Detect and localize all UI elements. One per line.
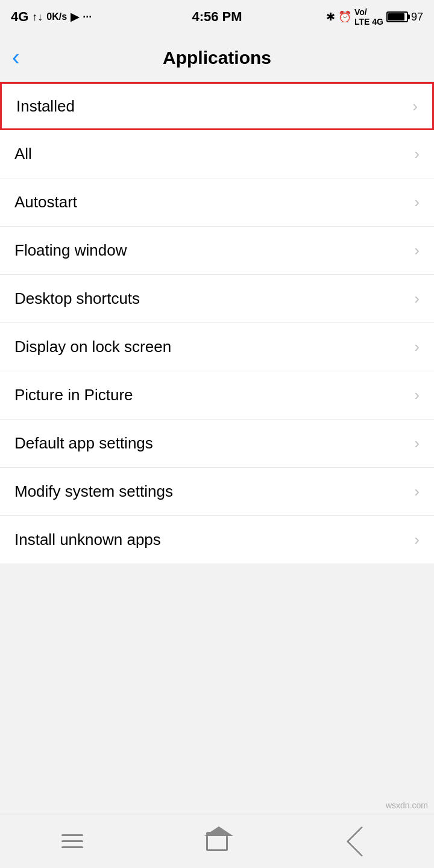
menu-item-label: Autostart [14, 193, 77, 212]
dots-icon: ··· [83, 11, 92, 24]
media-icon: ▶ [71, 10, 79, 24]
status-bar: 4G ↑↓ 0K/s ▶ ··· 4:56 PM ✱ ⏰ Vo/LTE 4G 9… [0, 0, 434, 34]
signal-bars: ↑↓ [32, 11, 43, 24]
menu-item-autostart[interactable]: Autostart› [0, 178, 434, 227]
menu-item-label: Modify system settings [14, 482, 173, 501]
chevron-right-icon: › [414, 241, 420, 260]
menu-item-label: Floating window [14, 241, 127, 260]
menu-item-label: Installed [16, 97, 75, 116]
chevron-right-icon: › [414, 289, 420, 308]
status-time: 4:56 PM [192, 9, 242, 25]
bluetooth-icon: ✱ [326, 10, 335, 24]
status-left: 4G ↑↓ 0K/s ▶ ··· [11, 9, 92, 25]
home-icon [206, 832, 228, 851]
home-nav-button[interactable] [199, 823, 235, 860]
page-header: ‹ Applications [0, 34, 434, 82]
menu-item-modify-system-settings[interactable]: Modify system settings› [0, 468, 434, 516]
alarm-icon: ⏰ [338, 10, 351, 24]
chevron-right-icon: › [414, 530, 420, 549]
battery-percent: 97 [411, 11, 423, 24]
menu-item-label: Picture in Picture [14, 386, 133, 404]
menu-item-all[interactable]: All› [0, 130, 434, 178]
chevron-right-icon: › [414, 386, 420, 404]
menu-item-label: Install unknown apps [14, 530, 161, 549]
menu-item-install-unknown-apps[interactable]: Install unknown apps› [0, 516, 434, 564]
chevron-right-icon: › [412, 97, 418, 116]
hamburger-nav-button[interactable] [54, 823, 90, 860]
menu-item-display-on-lock-screen[interactable]: Display on lock screen› [0, 323, 434, 371]
menu-item-label: All [14, 145, 32, 163]
signal-4g: Vo/LTE 4G [354, 7, 383, 27]
chevron-right-icon: › [414, 434, 420, 453]
data-speed: 0K/s [46, 11, 67, 22]
menu-item-label: Display on lock screen [14, 338, 171, 356]
menu-item-desktop-shortcuts[interactable]: Desktop shortcuts› [0, 275, 434, 323]
chevron-right-icon: › [414, 193, 420, 212]
menu-item-installed[interactable]: Installed› [0, 82, 434, 130]
chevron-right-icon: › [414, 482, 420, 501]
page-title: Applications [163, 48, 271, 68]
menu-item-floating-window[interactable]: Floating window› [0, 227, 434, 275]
menu-item-label: Desktop shortcuts [14, 289, 140, 308]
battery-icon [386, 11, 408, 22]
back-button[interactable]: ‹ [12, 45, 20, 71]
network-info: 4G [11, 9, 28, 25]
back-arrow-icon [347, 826, 377, 857]
menu-item-label: Default app settings [14, 434, 153, 453]
chevron-right-icon: › [414, 145, 420, 163]
applications-menu-list: Installed›All›Autostart›Floating window›… [0, 82, 434, 814]
menu-item-picture-in-picture[interactable]: Picture in Picture› [0, 371, 434, 420]
watermark: wsxdn.com [386, 800, 428, 810]
back-nav-button[interactable] [344, 823, 380, 860]
battery-fill [388, 13, 404, 20]
bottom-navigation [0, 814, 434, 868]
chevron-right-icon: › [414, 338, 420, 356]
back-chevron-icon: ‹ [12, 45, 20, 71]
status-right: ✱ ⏰ Vo/LTE 4G 97 [326, 7, 423, 27]
menu-item-default-app-settings[interactable]: Default app settings› [0, 420, 434, 468]
hamburger-icon [61, 834, 83, 848]
